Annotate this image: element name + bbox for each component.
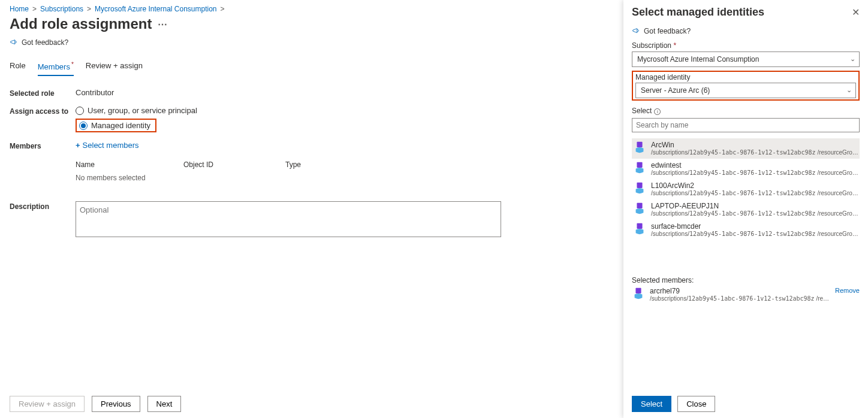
description-input[interactable]: [76, 201, 501, 237]
assign-access-label: Assign access to: [10, 106, 76, 132]
subscription-label: Subscription *: [632, 41, 860, 50]
tab-review[interactable]: Review + assign: [86, 57, 143, 76]
identity-item[interactable]: LAPTOP-AEEUPJ1N/subscriptions/12ab9y45-1…: [632, 199, 860, 220]
managed-identity-label: Managed identity: [633, 72, 858, 81]
remove-link[interactable]: Remove: [835, 287, 860, 294]
svg-rect-0: [637, 142, 642, 147]
identity-path: /subscriptions/12ab9y45-1abc-9876-1v12-t…: [651, 169, 858, 177]
svg-rect-1: [637, 162, 642, 168]
server-icon: [632, 287, 645, 302]
identity-path: /subscriptions/12ab9y45-1abc-9876-1v12-t…: [651, 149, 858, 156]
radio-managed-identity[interactable]: Managed identity: [79, 121, 150, 130]
selected-members-header: Selected members:: [632, 276, 860, 284]
server-icon: [633, 161, 646, 177]
review-assign-button[interactable]: Review + assign: [10, 396, 85, 412]
description-label: Description: [10, 201, 76, 239]
identity-name: LAPTOP-AEEUPJ1N: [651, 202, 858, 210]
select-button[interactable]: Select: [632, 396, 671, 412]
server-icon: [633, 202, 646, 217]
previous-button[interactable]: Previous: [92, 396, 140, 412]
chevron-down-icon: ⌄: [846, 86, 852, 94]
svg-rect-3: [637, 203, 642, 208]
radio-icon: [76, 107, 84, 115]
panel-title: Select managed identities: [632, 6, 764, 19]
selected-member-row: arcrhel79 /subscriptions/12ab9y45-1abc-9…: [632, 287, 860, 302]
members-label: Members: [10, 141, 76, 193]
plus-icon: +: [76, 141, 80, 150]
identity-item[interactable]: L100ArcWin2/subscriptions/12ab9y45-1abc-…: [632, 179, 860, 199]
identity-name: ArcWin: [651, 141, 858, 149]
breadcrumb-home[interactable]: Home: [10, 5, 29, 13]
megaphone-icon: [632, 27, 640, 35]
info-icon[interactable]: i: [654, 108, 661, 115]
breadcrumb-subscription-name[interactable]: Mycrosoft Azure Internal Consumption: [95, 5, 216, 13]
select-members-link[interactable]: + Select members: [76, 141, 614, 150]
identity-item[interactable]: ArcWin/subscriptions/12ab9y45-1abc-9876-…: [632, 138, 860, 159]
radio-user-group[interactable]: User, group, or service principal: [76, 106, 614, 115]
more-icon[interactable]: ⋯: [158, 19, 167, 30]
identity-path: /subscriptions/12ab9y45-1abc-9876-1v12-t…: [651, 231, 858, 238]
selected-role-label: Selected role: [10, 88, 76, 98]
server-icon: [633, 181, 646, 197]
breadcrumb-subscriptions[interactable]: Subscriptions: [40, 5, 83, 13]
panel-feedback-link[interactable]: Got feedback?: [632, 27, 860, 35]
svg-rect-5: [635, 288, 641, 293]
identity-path: /subscriptions/12ab9y45-1abc-9876-1v12-t…: [651, 190, 858, 197]
radio-checked-icon: [79, 122, 88, 130]
identity-item[interactable]: surface-bmcder/subscriptions/12ab9y45-1a…: [632, 220, 860, 240]
identity-name: L100ArcWin2: [651, 181, 858, 190]
selected-member-path: /subscriptions/12ab9y45-1abc-9876-1v12-t…: [650, 295, 830, 302]
identity-list: ArcWin/subscriptions/12ab9y45-1abc-9876-…: [632, 138, 860, 240]
chevron-down-icon: ⌄: [850, 55, 855, 63]
close-button[interactable]: Close: [677, 396, 715, 412]
breadcrumb: Home> Subscriptions> Mycrosoft Azure Int…: [10, 5, 614, 13]
identity-path: /subscriptions/12ab9y45-1abc-9876-1v12-t…: [651, 210, 858, 217]
next-button[interactable]: Next: [147, 396, 182, 412]
identity-name: edwintest: [651, 161, 858, 169]
tab-role[interactable]: Role: [10, 57, 26, 76]
server-icon: [633, 141, 646, 156]
close-icon[interactable]: ✕: [852, 7, 860, 18]
no-members-text: No members selected: [76, 174, 614, 182]
page-title: Add role assignment ⋯: [10, 16, 614, 32]
tab-members[interactable]: Members*: [38, 57, 74, 76]
search-input[interactable]: [632, 118, 860, 132]
selected-member-name: arcrhel79: [650, 287, 830, 295]
svg-rect-4: [637, 223, 642, 229]
identity-name: surface-bmcder: [651, 222, 858, 231]
managed-identity-select[interactable]: Server - Azure Arc (6) ⌄: [635, 83, 856, 98]
tabs: Role Members* Review + assign: [10, 57, 614, 76]
subscription-select[interactable]: Mycrosoft Azure Internal Consumption ⌄: [632, 52, 860, 67]
megaphone-icon: [10, 38, 18, 47]
identity-item[interactable]: edwintest/subscriptions/12ab9y45-1abc-98…: [632, 159, 860, 179]
selected-role-value: Contributor: [76, 88, 614, 98]
feedback-link[interactable]: Got feedback?: [10, 38, 614, 47]
select-label: Selecti: [632, 107, 860, 115]
members-table-header: Name Object ID Type: [76, 160, 495, 169]
select-managed-identities-panel: Select managed identities ✕ Got feedback…: [623, 0, 868, 418]
svg-rect-2: [637, 183, 642, 188]
server-icon: [633, 222, 646, 238]
